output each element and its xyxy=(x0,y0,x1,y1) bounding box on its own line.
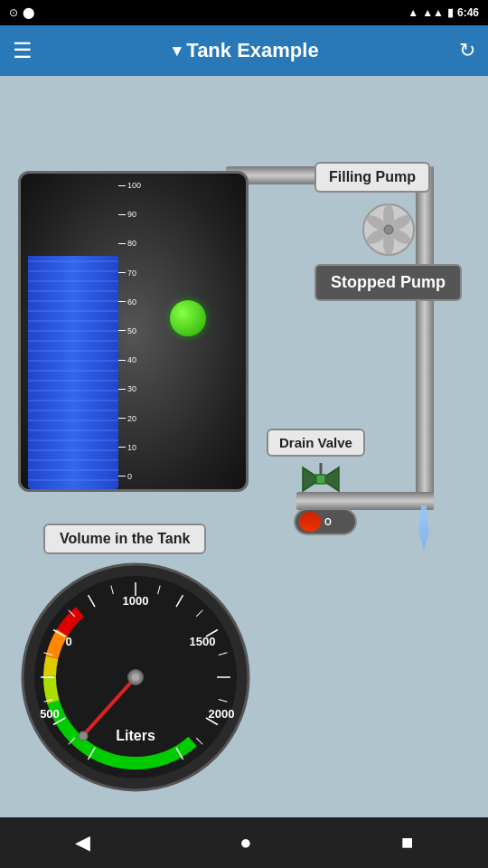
page-title: Tank Example xyxy=(186,39,318,62)
stopped-pump-button[interactable]: Stopped Pump xyxy=(314,264,462,301)
pump-fan-icon xyxy=(361,203,416,257)
scale-30: 30 xyxy=(118,384,164,393)
main-content: Filling Pump Stopped Pump 100 xyxy=(0,76,488,868)
nav-title: ▾ Tank Example xyxy=(173,39,318,62)
drain-valve-toggle[interactable]: O xyxy=(294,508,357,535)
signal-icon: ▲▲ xyxy=(422,6,444,19)
time-display: 6:46 xyxy=(457,6,479,19)
status-left: ⊙ ⬤ xyxy=(9,6,34,19)
refresh-icon[interactable]: ↻ xyxy=(459,39,475,62)
scale-80: 80 xyxy=(118,239,164,248)
water-wave-lines xyxy=(28,256,118,489)
tank-level-indicator xyxy=(170,300,206,336)
svg-text:1500: 1500 xyxy=(190,635,216,648)
filling-pump-button[interactable]: Filling Pump xyxy=(314,162,430,193)
alarm-icon: ⊙ xyxy=(9,6,18,19)
battery-icon: ▮ xyxy=(447,6,454,19)
scale-40: 40 xyxy=(118,355,164,364)
svg-rect-10 xyxy=(316,475,325,484)
recents-button[interactable]: ■ xyxy=(401,831,413,854)
svg-point-48 xyxy=(79,731,88,741)
drain-valve-button[interactable]: Drain Valve xyxy=(267,429,365,457)
tank-scale: 100 90 80 70 60 50 40 30 20 10 0 xyxy=(118,181,164,481)
volume-label-button[interactable]: Volume in the Tank xyxy=(43,524,206,554)
home-button[interactable]: ● xyxy=(239,831,251,854)
svg-text:500: 500 xyxy=(40,707,60,721)
sync-icon: ⬤ xyxy=(23,6,34,19)
back-button[interactable]: ◀ xyxy=(75,831,90,854)
scale-10: 10 xyxy=(118,443,164,452)
svg-text:0: 0 xyxy=(65,635,71,648)
water-drip xyxy=(418,505,430,551)
scale-20: 20 xyxy=(118,414,164,423)
gauge-unit: Liters xyxy=(116,728,155,743)
valve-symbol xyxy=(298,463,343,495)
toggle-knob xyxy=(299,512,321,532)
scale-90: 90 xyxy=(118,210,164,219)
scale-100: 100 xyxy=(118,181,164,190)
svg-point-47 xyxy=(132,674,139,681)
menu-icon[interactable]: ☰ xyxy=(13,38,33,63)
gauge-svg: 500 0 1000 1500 2000 Liters xyxy=(18,560,253,795)
tank-water xyxy=(28,256,118,489)
nav-dropdown-arrow[interactable]: ▾ xyxy=(173,41,181,61)
gauge-container: 500 0 1000 1500 2000 Liters xyxy=(18,560,253,795)
svg-text:2000: 2000 xyxy=(209,707,235,721)
status-right: ▲ ▲▲ ▮ 6:46 xyxy=(408,6,479,19)
toggle-label: O xyxy=(324,517,332,527)
svg-text:1000: 1000 xyxy=(123,594,149,608)
pipe-vertical-right xyxy=(416,166,434,510)
tank-container: 100 90 80 70 60 50 40 30 20 10 0 xyxy=(18,171,249,492)
scale-60: 60 xyxy=(118,297,164,307)
scale-70: 70 xyxy=(118,269,164,278)
wifi-icon: ▲ xyxy=(408,6,418,19)
scale-50: 50 xyxy=(118,326,164,335)
scale-0: 0 xyxy=(118,472,164,481)
bottom-nav: ◀ ● ■ xyxy=(0,817,488,868)
status-bar: ⊙ ⬤ ▲ ▲▲ ▮ 6:46 xyxy=(0,0,488,25)
nav-bar: ☰ ▾ Tank Example ↻ xyxy=(0,25,488,76)
svg-point-7 xyxy=(384,225,393,234)
